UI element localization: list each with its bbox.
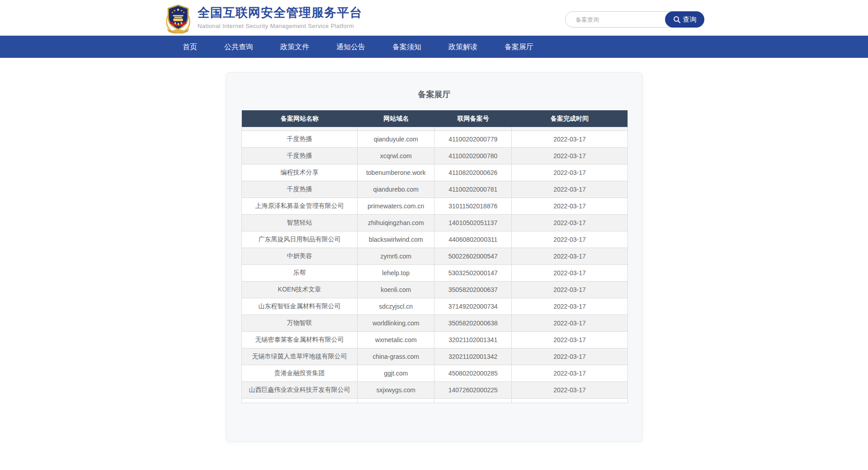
table-cell: blackswirlwind.com <box>358 231 435 248</box>
table-cell: 2022-03-17 <box>512 265 627 281</box>
column-header: 网站域名 <box>358 115 435 123</box>
column-header: 备案网站名称 <box>242 115 358 123</box>
police-badge-icon <box>164 4 192 33</box>
site-subtitle: National Internet Security Management Se… <box>198 23 362 32</box>
table-row: 编程技术分享tobenumberone.work4110820200062620… <box>242 164 627 181</box>
table-cell: 广东黑旋风日用制品有限公司 <box>242 231 358 248</box>
table-cell: 44060802000311 <box>434 231 512 248</box>
table-cell: 41100202000780 <box>434 148 512 164</box>
table-cell: 41100202000781 <box>434 181 512 197</box>
main-nav: 首页公共查询政策文件通知公告备案须知政策解读备案展厅 <box>0 36 868 58</box>
beian-table: 备案网站名称网站域名联网备案号备案完成时间 千度热播qianduyule.com… <box>241 110 628 403</box>
table-cell: 35058202000638 <box>434 315 512 331</box>
main-content: 备案展厅 备案网站名称网站域名联网备案号备案完成时间 千度热播qianduyul… <box>0 58 868 470</box>
table-cell: 37149202000734 <box>434 298 512 315</box>
table-cell: zymr6.com <box>358 248 435 264</box>
table-cell <box>358 127 435 131</box>
table-cell: koenli.com <box>358 282 435 298</box>
table-cell: 45080202000285 <box>434 365 512 381</box>
nav-items: 首页公共查询政策文件通知公告备案须知政策解读备案展厅 <box>183 36 533 58</box>
table-cell: 千度热播 <box>242 181 358 197</box>
table-row: 千度热播qiandurebo.com411002020007812022-03-… <box>242 181 627 198</box>
table-row: 万物智联worldlinking.com350582020006382022-0… <box>242 315 627 332</box>
table-cell: 智慧轻站 <box>242 215 358 231</box>
table-cell: 山西巨鑫伟业农业科技开发有限公司 <box>242 382 358 398</box>
site-title: 全国互联网安全管理服务平台 <box>198 5 362 20</box>
table-cell: 2022-03-17 <box>512 382 627 398</box>
table-cell: 乐帮 <box>242 265 358 281</box>
table-cell: zhihuiqingzhan.com <box>358 215 435 231</box>
table-cell: 2022-03-17 <box>512 148 627 164</box>
table-cell: 32021102001342 <box>434 348 512 365</box>
table-cell: 32021102001341 <box>434 332 512 348</box>
beian-exhibit-card: 备案展厅 备案网站名称网站域名联网备案号备案完成时间 千度热播qianduyul… <box>226 72 642 442</box>
table-cell: worldlinking.com <box>358 315 435 331</box>
table-cell: 14072602000225 <box>434 382 512 398</box>
table-cell: tobenumberone.work <box>358 164 435 181</box>
nav-item-4[interactable]: 备案须知 <box>392 36 421 58</box>
table-cell: 千度热播 <box>242 131 358 147</box>
partial-row-bottom <box>242 399 627 403</box>
table-cell: 2022-03-17 <box>512 231 627 248</box>
table-cell: 2022-03-17 <box>512 131 627 147</box>
table-cell: lehelp.top <box>358 265 435 281</box>
table-row: 无锡密泰莱客金属材料有限公司wxmetalic.com3202110200134… <box>242 332 627 348</box>
table-cell: sxjxwygs.com <box>358 382 435 398</box>
brand-block: 全国互联网安全管理服务平台 National Internet Security… <box>198 5 362 32</box>
table-row: KOEN技术文章koenli.com350582020006372022-03-… <box>242 282 627 298</box>
table-cell: 千度热播 <box>242 148 358 164</box>
table-cell: 无锡市绿茵人造草坪地毯有限公司 <box>242 348 358 365</box>
table-cell: 上海原泽私募基金管理有限公司 <box>242 198 358 214</box>
table-body: 千度热播qianduyule.com411002020007792022-03-… <box>242 127 627 403</box>
table-cell: 14010502051137 <box>434 215 512 231</box>
table-row: 千度热播xcqrwl.com411002020007802022-03-17 <box>242 148 627 164</box>
table-cell: 2022-03-17 <box>512 198 627 214</box>
table-cell: 2022-03-17 <box>512 298 627 315</box>
table-row: 智慧轻站zhihuiqingzhan.com140105020511372022… <box>242 215 627 231</box>
table-cell: 万物智联 <box>242 315 358 331</box>
partial-row-top <box>242 127 627 131</box>
search-button[interactable]: 查询 <box>665 11 704 28</box>
table-row: 山东程智钰金属材料有限公司sdczyjscl.cn371492020007342… <box>242 298 627 315</box>
police-badge-logo <box>164 4 192 33</box>
card-title: 备案展厅 <box>226 89 642 100</box>
nav-item-5[interactable]: 政策解读 <box>448 36 477 58</box>
nav-item-2[interactable]: 政策文件 <box>280 36 309 58</box>
table-row: 千度热播qianduyule.com411002020007792022-03-… <box>242 131 627 148</box>
table-cell <box>358 399 435 403</box>
search-button-label: 查询 <box>683 15 697 24</box>
nav-item-6[interactable]: 备案展厅 <box>505 36 533 58</box>
table-cell <box>242 399 358 403</box>
table-row: 广东黑旋风日用制品有限公司blackswirlwind.com440608020… <box>242 231 627 248</box>
table-cell: 35058202000637 <box>434 282 512 298</box>
table-cell: 41100202000779 <box>434 131 512 147</box>
table-cell: 2022-03-17 <box>512 181 627 197</box>
table-cell <box>434 399 512 403</box>
search-bar: 查询 <box>565 11 704 28</box>
table-cell: 山东程智钰金属材料有限公司 <box>242 298 358 315</box>
table-cell: ggjt.com <box>358 365 435 381</box>
table-row: 贵港金融投资集团ggjt.com450802020002852022-03-17 <box>242 365 627 382</box>
table-cell: 2022-03-17 <box>512 348 627 365</box>
nav-item-3[interactable]: 通知公告 <box>336 36 365 58</box>
table-row: 无锡市绿茵人造草坪地毯有限公司china-grass.com3202110200… <box>242 348 627 365</box>
table-cell: 2022-03-17 <box>512 332 627 348</box>
table-cell: 2022-03-17 <box>512 315 627 331</box>
nav-item-1[interactable]: 公共查询 <box>224 36 253 58</box>
column-header: 备案完成时间 <box>512 115 627 123</box>
table-cell: 31011502018876 <box>434 198 512 214</box>
page-header: 全国互联网安全管理服务平台 National Internet Security… <box>0 0 868 36</box>
nav-item-0[interactable]: 首页 <box>183 36 197 58</box>
table-row: 乐帮lehelp.top530325020001472022-03-17 <box>242 265 627 282</box>
table-cell: 2022-03-17 <box>512 248 627 264</box>
column-header: 联网备案号 <box>434 115 512 123</box>
table-cell <box>512 127 627 131</box>
table-cell: 中妍美容 <box>242 248 358 264</box>
table-cell: sdczyjscl.cn <box>358 298 435 315</box>
table-cell <box>242 127 358 131</box>
table-cell: wxmetalic.com <box>358 332 435 348</box>
table-cell: 50022602000547 <box>434 248 512 264</box>
table-cell: primewaters.com.cn <box>358 198 435 214</box>
table-row: 山西巨鑫伟业农业科技开发有限公司sxjxwygs.com140726020002… <box>242 382 627 399</box>
table-cell <box>512 399 627 403</box>
